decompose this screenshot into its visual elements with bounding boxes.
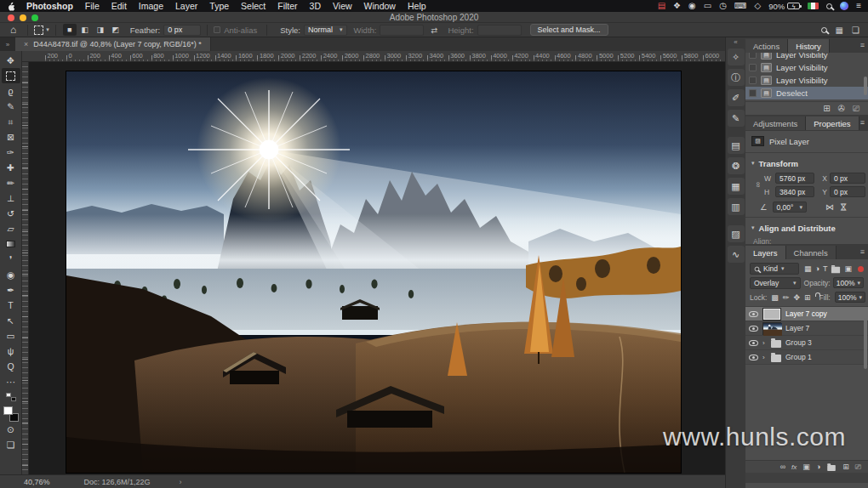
layer-visibility-eye-icon[interactable] <box>749 355 758 360</box>
display-icon[interactable]: ▭ <box>704 2 711 10</box>
tab-history[interactable]: History <box>788 39 830 53</box>
status-chevron-icon[interactable]: › <box>180 478 182 486</box>
learn-panel-icon[interactable]: ✧ <box>728 48 745 65</box>
home-icon[interactable]: ⌂ <box>10 24 16 36</box>
menu-item-select[interactable]: Select <box>241 1 266 11</box>
menu-item-filter[interactable]: Filter <box>277 1 297 11</box>
menu-item-3d[interactable]: 3D <box>310 1 321 11</box>
menu-item-view[interactable]: View <box>333 1 352 11</box>
zoom-tool[interactable]: Q <box>2 359 20 374</box>
new-group-icon[interactable] <box>827 464 836 470</box>
healing-brush-tool[interactable]: ✚ <box>2 160 20 175</box>
menu-item-window[interactable]: Window <box>364 1 396 11</box>
layer-filter-kind-dropdown[interactable]: Kind ▾ <box>750 263 799 275</box>
filter-type-layers-icon[interactable]: T <box>823 264 828 273</box>
filter-pixel-layers-icon[interactable]: ▦ <box>804 264 812 273</box>
layer-row-layer-7-copy[interactable]: Layer 7 copy <box>745 307 868 321</box>
creative-cloud-icon[interactable]: ◉ <box>688 2 696 10</box>
frame-tool[interactable]: ⊠ <box>2 129 20 145</box>
layer-row-group-1[interactable]: › Group 1 <box>745 350 868 365</box>
menu-item-edit[interactable]: Edit <box>111 1 127 11</box>
collapse-tabs-icon[interactable]: » <box>0 37 15 51</box>
color-panel-icon[interactable]: ❂ <box>728 157 745 174</box>
panel-menu-icon[interactable]: ≡ <box>860 247 865 256</box>
link-layers-icon[interactable]: ∞ <box>780 462 785 471</box>
eraser-tool[interactable]: ▱ <box>2 221 20 236</box>
layer-row-group-3[interactable]: › Group 3 <box>745 336 868 350</box>
screen-mode-button[interactable]: ❏ <box>2 437 20 452</box>
style-dropdown[interactable]: Normal ▾ <box>304 25 347 36</box>
info-panel-icon[interactable]: ⓘ <box>728 69 745 86</box>
eyedropper-tool[interactable]: ✑ <box>2 145 20 160</box>
paths-panel-icon[interactable]: ∿ <box>728 246 745 263</box>
tab-adjustments[interactable]: Adjustments <box>745 116 806 130</box>
layer-filter-toggle[interactable] <box>858 266 864 272</box>
transform-height-input[interactable]: 3840 px <box>775 186 814 197</box>
feather-input[interactable]: 0 px <box>163 25 201 36</box>
layer-visibility-eye-icon[interactable] <box>749 311 758 317</box>
layer-visibility-eye-icon[interactable] <box>749 340 758 346</box>
menu-item-help[interactable]: Help <box>408 1 426 11</box>
swap-dimensions-icon[interactable]: ⇄ <box>431 26 437 35</box>
history-state-row[interactable]: ▤ Layer Visibility <box>745 61 868 74</box>
vertical-ruler[interactable] <box>22 62 29 474</box>
expand-group-icon[interactable]: › <box>762 354 767 361</box>
menu-item-type[interactable]: Type <box>209 1 229 11</box>
airdrop-icon[interactable]: ◇ <box>754 2 761 10</box>
default-colors-icon[interactable] <box>2 389 20 405</box>
quick-mask-button[interactable]: ⊙ <box>2 422 20 437</box>
history-scrollbar[interactable] <box>864 77 867 95</box>
filter-smart-objects-icon[interactable]: ▣ <box>844 264 852 273</box>
tool-preset-picker[interactable]: ▾ <box>34 26 49 35</box>
delete-layer-icon[interactable]: ⎚ <box>855 462 861 472</box>
battery-indicator[interactable]: 90% ϟ <box>768 2 800 11</box>
link-dimensions-icon[interactable]: ∞ <box>754 182 762 189</box>
transform-y-input[interactable]: 0 px <box>830 186 865 197</box>
patterns-panel-icon[interactable]: ▦ <box>728 178 745 195</box>
height-input[interactable] <box>477 25 522 36</box>
shape-tool[interactable]: ▭ <box>2 328 20 343</box>
history-state-row[interactable]: ▤ Layer Visibility <box>745 53 868 61</box>
dropbox-icon[interactable]: ❖ <box>673 2 681 10</box>
input-language-flag-icon[interactable] <box>808 3 819 9</box>
collapse-panels-icon[interactable]: « <box>734 38 737 47</box>
flip-horizontal-icon[interactable]: ⋈ <box>825 202 834 212</box>
document-tab[interactable]: × D44A8478.tif @ 40,8% (Layer 7 copy, RG… <box>15 37 211 51</box>
align-section-header[interactable]: ▾ Align and Distribute <box>751 221 862 235</box>
lock-artboard-icon[interactable]: ⊞ <box>804 293 811 302</box>
intersect-selection-mode-button[interactable]: ◩ <box>109 24 123 36</box>
new-selection-mode-button[interactable]: ■ <box>63 24 77 36</box>
delete-state-icon[interactable]: ⎚ <box>853 104 859 114</box>
panel-menu-icon[interactable]: ≡ <box>860 118 865 127</box>
type-tool[interactable]: T <box>2 298 20 313</box>
clone-stamp-tool[interactable]: ⊥ <box>2 190 20 206</box>
layer-style-fx-icon[interactable]: fx <box>791 463 797 471</box>
expand-group-icon[interactable]: › <box>762 339 767 347</box>
lasso-tool[interactable]: ϱ <box>2 83 20 99</box>
tab-properties[interactable]: Properties <box>806 116 859 130</box>
tab-layers[interactable]: Layers <box>745 246 786 259</box>
history-source-checkbox[interactable] <box>749 77 757 84</box>
subtract-selection-mode-button[interactable]: ◨ <box>94 24 107 36</box>
hand-tool[interactable]: ψ <box>2 343 20 359</box>
path-selection-tool[interactable]: ↖ <box>2 313 20 328</box>
gradients-panel-icon[interactable]: ▥ <box>728 198 745 215</box>
filter-adjustment-layers-icon[interactable]: ◑ <box>815 264 819 273</box>
history-source-checkbox[interactable] <box>749 64 757 71</box>
layer-thumbnail[interactable] <box>762 322 781 335</box>
rotation-angle-input[interactable]: 0,00° ▾ <box>773 201 807 213</box>
keyboard-icon[interactable]: ⌨ <box>734 2 746 10</box>
blend-mode-dropdown[interactable]: Overlay ▾ <box>750 277 801 289</box>
new-document-from-state-icon[interactable]: ⊞ <box>823 104 830 113</box>
opacity-input[interactable]: 100% ▾ <box>833 277 864 288</box>
menu-item-file[interactable]: File <box>85 1 100 11</box>
add-adjustment-layer-icon[interactable]: ◑ <box>816 462 820 471</box>
search-icon[interactable] <box>821 27 827 33</box>
layer-thumbnail[interactable] <box>762 308 781 321</box>
horizontal-ruler[interactable]: 2000200400600800100012001400160018002000… <box>22 51 725 62</box>
menu-item-layer[interactable]: Layer <box>175 1 197 11</box>
zoom-level-field[interactable]: 40,76% <box>24 478 50 486</box>
menu-app-name[interactable]: Photoshop <box>26 1 73 11</box>
fill-input[interactable]: 100% ▾ <box>835 292 865 303</box>
close-document-icon[interactable]: × <box>24 40 28 48</box>
